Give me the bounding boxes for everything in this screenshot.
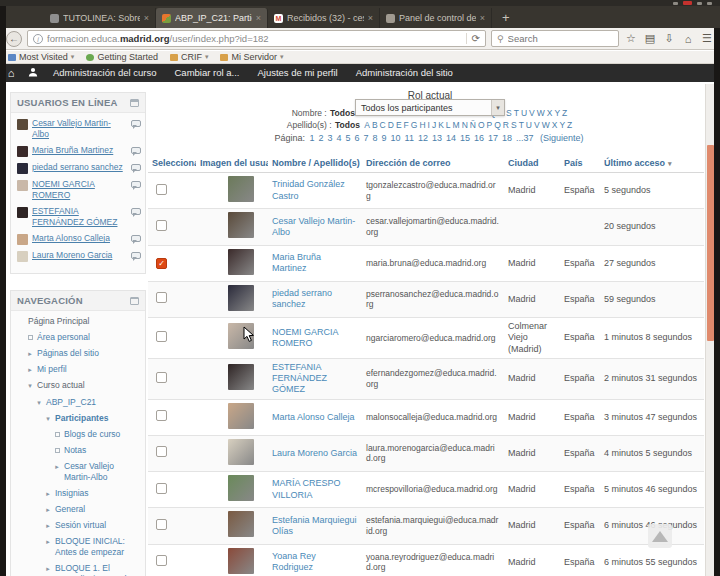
message-bubble-icon[interactable] <box>131 181 141 188</box>
nombre-todos-link[interactable]: Todos <box>330 108 355 118</box>
message-bubble-icon[interactable] <box>131 147 141 154</box>
apellido-letter-link[interactable]: M <box>453 120 460 130</box>
nombre-letter-link[interactable]: T <box>514 108 519 118</box>
user-avatar[interactable] <box>228 475 254 501</box>
nav-link[interactable]: Área personal <box>37 332 90 343</box>
pagination-page-link[interactable]: 8 <box>373 133 378 143</box>
message-bubble-icon[interactable] <box>131 235 141 242</box>
online-user-link[interactable]: Laura Moreno Garcia <box>32 250 127 261</box>
row-checkbox[interactable] <box>156 519 167 530</box>
sidebar-nav-item[interactable]: ▸General <box>17 504 141 515</box>
apellido-letter-link[interactable]: T <box>519 120 524 130</box>
apellido-letter-link[interactable]: L <box>446 120 451 130</box>
apellido-letter-link[interactable]: H <box>419 120 425 130</box>
sidebar-nav-item[interactable]: ▾Curso actual <box>17 380 141 391</box>
sidebar-nav-item[interactable]: ▸Páginas del sitio <box>17 348 141 359</box>
bookmark-item[interactable]: CRIF▾ <box>170 52 209 62</box>
apellido-letter-link[interactable]: D <box>388 120 394 130</box>
pagination-page-link[interactable]: 2 <box>318 133 323 143</box>
nombre-letter-link[interactable]: W <box>537 108 545 118</box>
user-name-link[interactable]: Yoana Rey Rodriguez <box>272 551 316 572</box>
nav-link[interactable]: Blogs de curso <box>64 429 120 440</box>
pagination-page-link[interactable]: 14 <box>446 133 456 143</box>
column-header[interactable]: Último acceso▾ <box>600 154 704 173</box>
row-checkbox[interactable] <box>156 555 167 566</box>
moodle-nav-item[interactable]: Administración del sitio <box>347 64 462 82</box>
row-checkbox[interactable] <box>156 331 167 342</box>
bookmark-item[interactable]: Getting Started <box>86 52 158 62</box>
search-bar[interactable]: ⚲ <box>491 30 619 47</box>
moodle-nav-item[interactable]: Administración del curso <box>44 64 166 82</box>
user-avatar[interactable] <box>228 403 254 429</box>
scrollbar[interactable] <box>705 84 714 576</box>
row-checkbox[interactable] <box>156 372 167 383</box>
sidebar-nav-item[interactable]: Página Principal <box>17 316 141 327</box>
pagination-page-link[interactable]: 7 <box>364 133 369 143</box>
dock-block-icon[interactable] <box>130 297 139 305</box>
nombre-letter-link[interactable]: X <box>547 108 553 118</box>
column-header[interactable]: Dirección de correo <box>362 154 504 173</box>
sidebar-nav-item[interactable]: ▸Mi perfil <box>17 364 141 375</box>
apellido-letter-link[interactable]: Q <box>494 120 501 130</box>
apellido-letter-link[interactable]: R <box>503 120 509 130</box>
user-name-link[interactable]: Estefania Marquiegui Olías <box>272 515 357 536</box>
bookmark-star-icon[interactable]: ☆ <box>624 32 638 45</box>
apellido-letter-link[interactable]: U <box>526 120 532 130</box>
nombre-letter-link[interactable]: S <box>506 108 512 118</box>
apellido-letter-link[interactable]: A <box>364 120 370 130</box>
sidebar-nav-item[interactable]: Notas <box>17 445 141 456</box>
user-profile-icon[interactable] <box>22 67 44 79</box>
apellido-letter-link[interactable]: O <box>478 120 485 130</box>
moodle-nav-item[interactable]: Ajustes de mi perfil <box>248 64 346 82</box>
user-name-link[interactable]: Trinidad González Castro <box>272 179 345 200</box>
pagination-page-link[interactable]: 1 <box>309 133 314 143</box>
apellido-letter-link[interactable]: I <box>428 120 430 130</box>
apellido-letter-link[interactable]: Z <box>567 120 572 130</box>
reload-icon[interactable]: ⟳ <box>466 33 480 44</box>
user-name-link[interactable]: Marta Alonso Calleja <box>272 412 355 422</box>
new-tab-button[interactable]: + <box>502 8 510 28</box>
pagination-page-link[interactable]: 12 <box>418 133 428 143</box>
pagination-page-link[interactable]: 5 <box>346 133 351 143</box>
sidebar-nav-item[interactable]: Área personal <box>17 332 141 343</box>
message-bubble-icon[interactable] <box>131 252 141 259</box>
nombre-letter-link[interactable]: Y <box>554 108 560 118</box>
user-name-link[interactable]: ESTEFANIA FERNÁNDEZ GÓMEZ <box>272 362 327 395</box>
message-bubble-icon[interactable] <box>131 120 141 127</box>
apellido-letter-link[interactable]: C <box>380 120 386 130</box>
pagination-page-link[interactable]: 13 <box>432 133 442 143</box>
scroll-to-top-button[interactable] <box>648 524 672 548</box>
browser-tab[interactable]: Panel de control del...× <box>380 8 492 28</box>
user-avatar[interactable] <box>228 511 254 537</box>
pagination-page-link[interactable]: 18 <box>502 133 512 143</box>
online-user-link[interactable]: ESTEFANIA FERNÁNDEZ GÓMEZ <box>32 206 127 228</box>
apellido-letter-link[interactable]: Y <box>559 120 565 130</box>
apellido-letter-link[interactable]: K <box>438 120 444 130</box>
menu-hamburger-icon[interactable]: ☰ <box>700 32 714 45</box>
nav-link[interactable]: Curso actual <box>37 380 85 391</box>
sidebar-nav-item[interactable]: ▸Insignias <box>17 488 141 499</box>
row-checkbox[interactable] <box>156 220 167 231</box>
sidebar-nav-item[interactable]: ▸BLOQUE INICIAL: Antes de empezar <box>17 536 141 558</box>
nav-link[interactable]: Notas <box>64 445 86 456</box>
sidebar-nav-item[interactable]: ▸Sesión virtual <box>17 520 141 531</box>
user-avatar[interactable] <box>228 548 254 574</box>
column-header[interactable]: País <box>560 154 600 173</box>
column-header[interactable]: Seleccionar <box>148 154 196 173</box>
column-header[interactable]: Nombre / Apellido(s) <box>268 154 362 173</box>
user-name-link[interactable]: Laura Moreno Garcia <box>272 448 357 458</box>
user-name-link[interactable]: Maria Bruña Martinez <box>272 252 321 273</box>
pagination-page-link[interactable]: 9 <box>382 133 387 143</box>
pagination-page-link[interactable]: 6 <box>355 133 360 143</box>
scrollbar-thumb[interactable] <box>707 145 714 341</box>
sidebar-nav-item[interactable]: ▾Participantes <box>17 413 141 424</box>
bookmarks-menu-icon[interactable]: ▤ <box>643 32 657 45</box>
pagination-page-link[interactable]: 3 <box>327 133 332 143</box>
row-checkbox[interactable] <box>156 446 167 457</box>
pagination-page-link[interactable]: 17 <box>488 133 498 143</box>
online-user-link[interactable]: Cesar Vallejo Martin-Albo <box>32 118 127 140</box>
apellido-letter-link[interactable]: X <box>552 120 558 130</box>
apellido-letter-link[interactable]: F <box>404 120 409 130</box>
user-avatar[interactable] <box>228 439 254 465</box>
sidebar-nav-item[interactable]: ▸Cesar Vallejo Martin-Albo <box>17 461 141 483</box>
